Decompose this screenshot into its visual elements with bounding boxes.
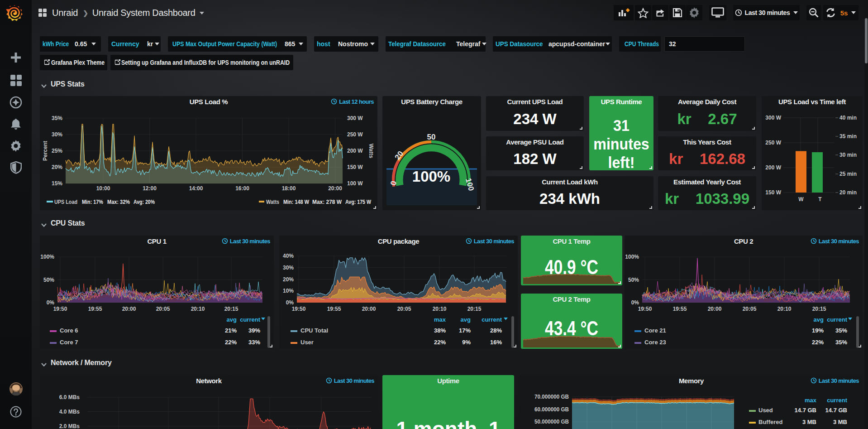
svg-text:40 min: 40 min (839, 115, 857, 121)
svg-text:25%: 25% (52, 148, 62, 154)
svg-text:current: current (827, 316, 847, 323)
svg-text:35%: 35% (52, 115, 62, 121)
svg-text:19:55: 19:55 (673, 306, 687, 312)
svg-text:20:10: 20:10 (191, 306, 205, 312)
svg-text:39%: 39% (248, 327, 260, 334)
svg-text:3 MB: 3 MB (833, 419, 847, 425)
svg-text:20:15: 20:15 (224, 306, 238, 312)
svg-text:19%: 19% (812, 327, 824, 334)
svg-text:20:05: 20:05 (156, 306, 170, 312)
svg-text:0%: 0% (631, 299, 639, 306)
svg-text:Min: 148 W: Min: 148 W (283, 198, 310, 205)
svg-text:200 W: 200 W (347, 148, 363, 154)
svg-text:19:50: 19:50 (53, 306, 67, 312)
svg-text:Core 7: Core 7 (60, 339, 78, 346)
svg-text:100%: 100% (625, 254, 639, 260)
svg-text:40%: 40% (283, 253, 294, 259)
svg-text:Watts: Watts (368, 144, 374, 159)
svg-text:25 min: 25 min (839, 171, 857, 177)
svg-text:6.0 MBs: 6.0 MBs (59, 394, 80, 400)
svg-text:22%: 22% (225, 339, 237, 346)
svg-text:50%: 50% (43, 277, 54, 283)
svg-text:current: current (827, 397, 847, 404)
svg-text:50.000000 GB: 50.000000 GB (534, 419, 569, 425)
svg-text:20:10: 20:10 (433, 306, 447, 312)
svg-text:14:00: 14:00 (189, 185, 203, 192)
svg-text:20:05: 20:05 (397, 306, 411, 312)
svg-text:Core 23: Core 23 (644, 339, 666, 346)
svg-text:10:00: 10:00 (96, 185, 110, 192)
svg-text:max: max (434, 316, 446, 323)
svg-text:9%: 9% (462, 339, 471, 346)
svg-text:70.000000 GB: 70.000000 GB (534, 394, 569, 400)
svg-text:19:55: 19:55 (88, 306, 102, 312)
svg-text:20:00: 20:00 (328, 185, 342, 192)
svg-text:50: 50 (427, 133, 436, 141)
svg-text:22%: 22% (434, 339, 446, 346)
svg-text:20:00: 20:00 (708, 306, 722, 312)
svg-text:35 min: 35 min (839, 133, 857, 140)
svg-text:200 W: 200 W (765, 164, 781, 171)
svg-text:300 W: 300 W (765, 115, 781, 121)
svg-text:16:00: 16:00 (235, 185, 249, 192)
svg-text:35%: 35% (835, 327, 847, 334)
svg-text:20:15: 20:15 (812, 306, 826, 312)
svg-text:300 W: 300 W (347, 115, 363, 121)
svg-text:150 W: 150 W (765, 189, 781, 196)
svg-text:33%: 33% (248, 339, 260, 346)
svg-text:Percent: Percent (42, 141, 48, 161)
svg-text:20:00: 20:00 (362, 306, 376, 312)
svg-text:avg: avg (461, 316, 471, 323)
svg-text:18:00: 18:00 (282, 185, 296, 192)
svg-text:20:00: 20:00 (122, 306, 136, 312)
svg-text:30%: 30% (52, 131, 62, 138)
svg-text:Core 6: Core 6 (60, 327, 78, 334)
svg-text:250 W: 250 W (347, 131, 363, 138)
svg-text:User: User (300, 339, 314, 346)
svg-text:20 min: 20 min (839, 189, 857, 196)
svg-text:50%: 50% (628, 277, 639, 283)
svg-text:0%: 0% (47, 299, 55, 306)
svg-text:Core 21: Core 21 (644, 327, 666, 334)
svg-text:Used: Used (758, 407, 773, 414)
svg-text:100%: 100% (412, 168, 450, 185)
svg-text:250 W: 250 W (765, 140, 781, 146)
svg-text:T: T (818, 196, 822, 202)
svg-text:14.7 GB: 14.7 GB (795, 407, 816, 414)
svg-text:14.7 GB: 14.7 GB (825, 407, 847, 414)
svg-text:60.000000 GB: 60.000000 GB (534, 406, 569, 413)
svg-text:current: current (240, 316, 260, 323)
svg-text:avg: avg (227, 316, 237, 323)
svg-text:38%: 38% (434, 327, 446, 334)
svg-text:avg: avg (814, 316, 824, 323)
svg-text:20:05: 20:05 (743, 306, 757, 312)
svg-text:17%: 17% (459, 327, 471, 334)
svg-text:20%: 20% (283, 276, 294, 283)
svg-text:20%: 20% (52, 164, 62, 170)
svg-text:4.0 MBs: 4.0 MBs (59, 409, 80, 415)
svg-text:100%: 100% (40, 254, 54, 260)
svg-text:150 W: 150 W (347, 164, 363, 170)
svg-text:15%: 15% (52, 180, 62, 187)
svg-text:19:50: 19:50 (638, 306, 652, 312)
svg-text:12:00: 12:00 (143, 185, 157, 192)
svg-text:Watts: Watts (266, 198, 279, 205)
svg-text:max: max (805, 397, 817, 404)
svg-text:20:15: 20:15 (467, 306, 482, 312)
svg-text:22%: 22% (812, 339, 824, 346)
svg-text:21%: 21% (225, 327, 237, 334)
svg-text:2.0 MBs: 2.0 MBs (59, 423, 80, 429)
svg-text:CPU Total: CPU Total (300, 327, 328, 334)
svg-text:10%: 10% (283, 288, 294, 294)
svg-text:20:10: 20:10 (777, 306, 792, 312)
svg-text:30%: 30% (283, 265, 294, 271)
svg-text:Max: 278 W: Max: 278 W (312, 198, 342, 205)
svg-text:Max: 32%: Max: 32% (107, 198, 130, 205)
svg-text:Min: 17%: Min: 17% (82, 198, 103, 205)
svg-text:16%: 16% (490, 339, 502, 346)
svg-text:100 W: 100 W (347, 180, 363, 187)
svg-text:current: current (482, 316, 502, 323)
svg-text:W: W (798, 196, 804, 202)
svg-text:UPS Load: UPS Load (54, 198, 77, 205)
svg-text:28%: 28% (490, 327, 502, 334)
